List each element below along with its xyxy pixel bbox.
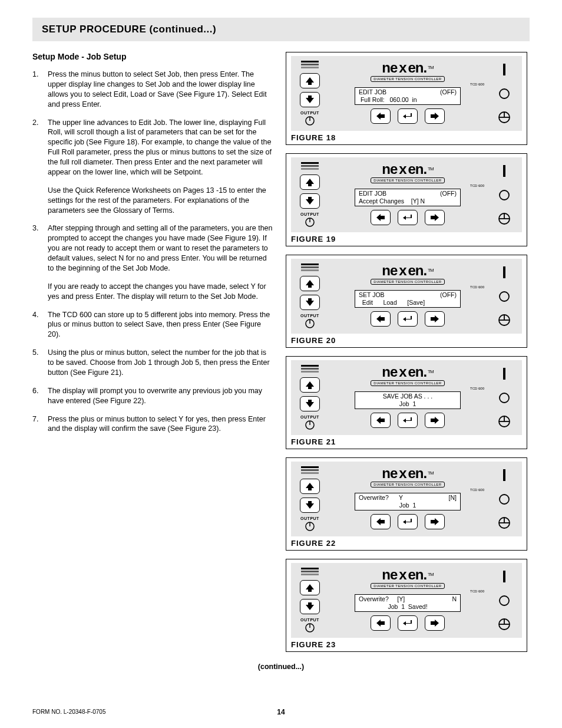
svg-marker-15	[376, 214, 385, 221]
minus-down-button[interactable]	[300, 92, 320, 107]
enter-button[interactable]	[398, 514, 418, 529]
svg-rect-61	[503, 571, 505, 582]
plus-up-button[interactable]	[300, 377, 320, 393]
svg-point-18	[500, 190, 509, 200]
svg-point-62	[500, 596, 509, 605]
svg-marker-59	[376, 620, 385, 627]
brand-logo: nexen.TM	[382, 365, 433, 379]
svg-marker-0	[306, 77, 314, 85]
step-number: 3.	[32, 223, 48, 301]
signal-bars-icon	[301, 263, 319, 271]
signal-bars-icon	[301, 568, 319, 575]
svg-marker-12	[306, 197, 314, 205]
left-button[interactable]	[371, 413, 391, 428]
svg-marker-22	[306, 280, 314, 288]
brand-logo: nexen.TM	[382, 61, 433, 75]
minus-down-button[interactable]	[300, 295, 320, 310]
plus-up-button[interactable]	[300, 479, 320, 494]
minus-down-button[interactable]	[300, 396, 320, 411]
figure-label: FIGURE 20	[291, 336, 522, 345]
svg-marker-11	[306, 179, 314, 186]
left-button[interactable]	[371, 108, 391, 124]
power-icon	[305, 318, 315, 329]
bar-indicator-icon	[497, 265, 512, 280]
device-panel: OUTPUTnexen.TMDIAMETER TENSION CONTROLLE…	[291, 462, 522, 536]
enter-button[interactable]	[398, 311, 418, 327]
page-number: 14	[277, 708, 285, 716]
model-label: TCD 600	[470, 387, 484, 390]
right-button[interactable]	[425, 413, 445, 428]
footer: FORM NO. L-20348-F-0705 14	[32, 709, 530, 715]
step-number: 2.	[32, 118, 48, 216]
figure: OUTPUTnexen.TMDIAMETER TENSION CONTROLLE…	[286, 153, 527, 246]
cross-circle-icon	[497, 110, 512, 125]
right-button[interactable]	[425, 210, 445, 225]
step-item: 4. The TCD 600 can store up to 5 differe…	[32, 310, 274, 340]
svg-marker-4	[376, 113, 385, 120]
step-item: 3.After stepping through and setting all…	[32, 223, 274, 301]
figure: OUTPUTnexen.TMDIAMETER TENSION CONTROLLE…	[286, 255, 527, 348]
figure-label: FIGURE 21	[291, 437, 522, 446]
circle-indicator-icon	[497, 593, 512, 608]
svg-rect-28	[503, 266, 505, 278]
subbrand-label: DIAMETER TENSION CONTROLLER	[371, 482, 444, 487]
enter-button[interactable]	[398, 615, 418, 631]
enter-button[interactable]	[398, 413, 418, 428]
plus-up-button[interactable]	[300, 580, 320, 595]
svg-marker-1	[306, 95, 314, 103]
right-button[interactable]	[425, 514, 445, 529]
enter-button[interactable]	[398, 108, 418, 124]
output-indicator: OUTPUT	[300, 516, 319, 532]
circle-indicator-icon	[497, 390, 512, 406]
svg-marker-45	[306, 501, 314, 509]
svg-marker-23	[306, 298, 314, 306]
device-panel: OUTPUTnexen.TMDIAMETER TENSION CONTROLLE…	[291, 563, 522, 638]
step-item: 7.Press the plus or minus button to sele…	[32, 414, 274, 434]
step-number: 5.	[32, 348, 48, 378]
lcd-screen: SAVE JOB AS . . .Job 1	[355, 391, 461, 409]
svg-rect-6	[503, 64, 505, 75]
plus-up-button[interactable]	[300, 174, 320, 190]
plus-up-button[interactable]	[300, 73, 320, 88]
bar-indicator-icon	[497, 163, 512, 179]
bar-indicator-icon	[497, 467, 512, 483]
lcd-screen: EDIT JOB(OFF) Full Roll: 060.00 in	[355, 87, 461, 105]
enter-button[interactable]	[398, 210, 418, 225]
minus-down-button[interactable]	[300, 599, 320, 614]
device-panel: OUTPUTnexen.TMDIAMETER TENSION CONTROLLE…	[291, 259, 522, 334]
minus-down-button[interactable]	[300, 193, 320, 209]
svg-point-51	[500, 495, 509, 504]
subbrand-label: DIAMETER TENSION CONTROLLER	[371, 583, 444, 589]
power-icon	[305, 420, 315, 430]
figure: OUTPUTnexen.TMDIAMETER TENSION CONTROLLE…	[286, 457, 527, 551]
brand-logo: nexen.TM	[382, 466, 433, 480]
step-text: Using the plus or minus button, select t…	[48, 348, 274, 378]
left-button[interactable]	[371, 210, 391, 225]
figure-label: FIGURE 19	[291, 235, 522, 243]
output-indicator: OUTPUT	[300, 618, 319, 633]
steps-list: 1.Press the minus button to select Set J…	[32, 70, 274, 434]
cross-circle-icon	[497, 515, 512, 531]
figure: OUTPUTnexen.TMDIAMETER TENSION CONTROLLE…	[286, 356, 527, 449]
signal-bars-icon	[301, 162, 319, 170]
step-number: 6.	[32, 386, 48, 406]
svg-marker-38	[431, 417, 439, 424]
circle-indicator-icon	[497, 187, 512, 203]
step-item: 5.Using the plus or minus button, select…	[32, 348, 274, 378]
right-button[interactable]	[425, 615, 445, 631]
left-button[interactable]	[371, 615, 391, 631]
form-number: FORM NO. L-20348-F-0705	[32, 709, 106, 715]
svg-marker-48	[376, 518, 385, 525]
left-button[interactable]	[371, 514, 391, 529]
svg-marker-16	[431, 214, 439, 221]
device-panel: OUTPUTnexen.TMDIAMETER TENSION CONTROLLE…	[291, 360, 522, 435]
right-button[interactable]	[425, 311, 445, 327]
left-button[interactable]	[371, 311, 391, 327]
right-button[interactable]	[425, 108, 445, 124]
svg-marker-49	[431, 518, 439, 525]
minus-down-button[interactable]	[300, 498, 320, 513]
cross-circle-icon	[497, 211, 512, 226]
svg-marker-44	[306, 483, 314, 490]
plus-up-button[interactable]	[300, 276, 320, 291]
brand-logo: nexen.TM	[382, 162, 433, 176]
